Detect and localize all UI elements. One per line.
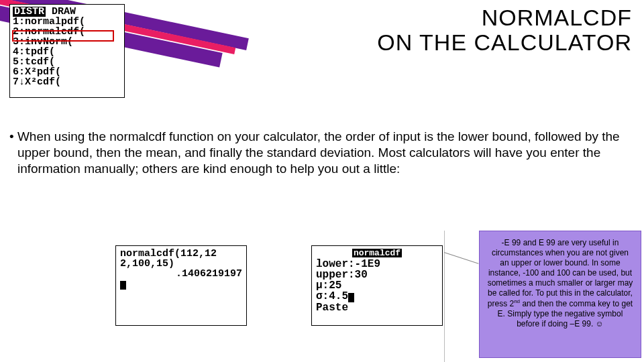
tip-callout-box: -E 99 and E 99 are very useful in circum…	[479, 231, 641, 358]
wizard-label: σ:	[316, 290, 329, 302]
calc-line: 2,100,15)	[120, 259, 242, 269]
page-title: NORMALCDF ON THE CALCULATOR	[377, 5, 632, 54]
calc-screenshot-distr-menu: DISTR DRAW 1:normalpdf( 2:normalcdf( 3:i…	[9, 4, 125, 98]
menu-item: 2:normalcdf(	[13, 27, 121, 37]
calc-line: normalcdf(112,12	[120, 249, 242, 259]
body-paragraph: • When using the normalcdf function on y…	[9, 129, 627, 176]
cursor-block-icon	[348, 293, 354, 302]
menu-item: 7↓X²cdf(	[13, 77, 121, 87]
cursor-block-icon	[120, 281, 126, 290]
calc-screenshot-manual-result: normalcdf(112,12 2,100,15) .1406219197	[115, 245, 247, 326]
title-line-2: ON THE CALCULATOR	[377, 30, 632, 55]
callout-connector-line	[444, 252, 479, 264]
menu-item: 6:X²pdf(	[13, 67, 121, 77]
wizard-header: normalcdf	[352, 249, 402, 257]
bullet-marker: •	[9, 129, 14, 145]
slide: NORMALCDF ON THE CALCULATOR DISTR DRAW 1…	[0, 0, 644, 362]
menu-item: 5:tcdf(	[13, 57, 121, 67]
menu-item: 3:invNorm(	[13, 37, 121, 47]
wizard-paste: Paste	[316, 302, 438, 313]
title-line-1: NORMALCDF	[377, 5, 632, 30]
calc-answer: .1406219197	[120, 269, 242, 279]
menu-tab-active: DISTR	[13, 7, 46, 17]
tip-text: -E 99 and E 99 are very useful in circum…	[488, 238, 633, 308]
divider-line	[444, 231, 445, 362]
menu-item: 4:tpdf(	[13, 47, 121, 57]
wizard-value: 4.5	[329, 290, 348, 302]
menu-item: 1:normalpdf(	[13, 17, 121, 27]
tip-superscript: nd	[514, 298, 520, 304]
body-text-content: When using the normalcdf function on you…	[17, 129, 621, 176]
wizard-value: 30	[355, 269, 368, 281]
calc-screenshot-wizard: normalcdf lower:-1E9 upper:30 μ:25 σ:4.5…	[311, 245, 443, 326]
